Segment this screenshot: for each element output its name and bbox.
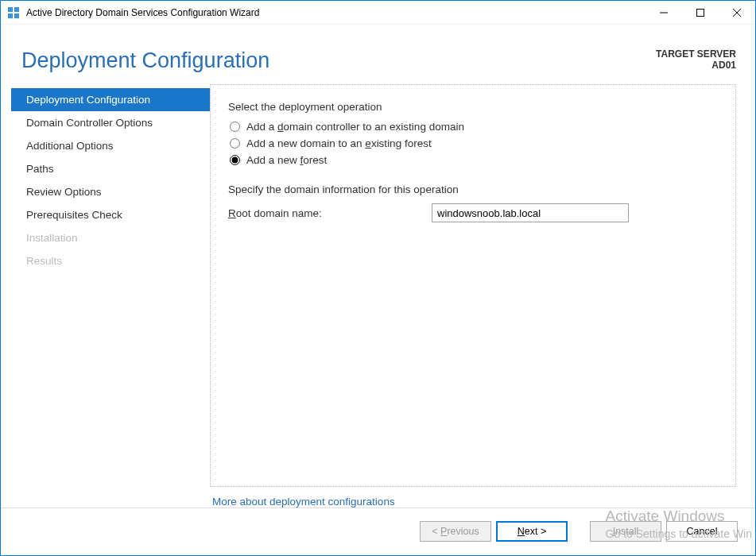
deployment-radio-label-2: Add a new forest bbox=[246, 154, 327, 166]
more-about-link[interactable]: More about deployment configurations bbox=[212, 496, 755, 508]
previous-button: < Previous bbox=[420, 521, 491, 542]
svg-rect-2 bbox=[8, 14, 13, 18]
deployment-radio-input-1[interactable] bbox=[230, 138, 240, 149]
target-server-info: TARGET SERVER AD01 bbox=[656, 48, 736, 71]
next-button[interactable]: Next > bbox=[496, 521, 568, 542]
wizard-body: Deployment ConfigurationDomain Controlle… bbox=[1, 84, 755, 487]
deployment-radio-group: Add a domain controller to an existing d… bbox=[230, 121, 718, 166]
deployment-operation-label: Select the deployment operation bbox=[228, 101, 718, 113]
page-header: Deployment Configuration TARGET SERVER A… bbox=[1, 25, 755, 84]
install-button: Install bbox=[590, 521, 661, 542]
svg-rect-0 bbox=[8, 7, 13, 12]
deployment-radio-input-2[interactable] bbox=[230, 155, 240, 165]
deployment-radio-1[interactable]: Add a new domain to an existing forest bbox=[230, 137, 718, 149]
wizard-step-review-options[interactable]: Review Options bbox=[11, 180, 210, 203]
wizard-step-results: Results bbox=[11, 249, 210, 272]
window-controls bbox=[646, 1, 755, 24]
root-domain-label: Root domain name: bbox=[228, 207, 432, 219]
svg-rect-1 bbox=[14, 7, 19, 12]
wizard-step-deployment-configuration[interactable]: Deployment Configuration bbox=[11, 88, 210, 111]
close-button[interactable] bbox=[719, 1, 755, 25]
deployment-radio-input-0[interactable] bbox=[230, 122, 240, 132]
app-icon bbox=[7, 6, 20, 19]
cancel-button[interactable]: Cancel bbox=[666, 521, 738, 542]
window-title: Active Directory Domain Services Configu… bbox=[26, 7, 646, 18]
window-titlebar: Active Directory Domain Services Configu… bbox=[1, 1, 755, 25]
target-server-name: AD01 bbox=[656, 60, 736, 71]
minimize-button[interactable] bbox=[646, 1, 682, 25]
domain-info-label: Specify the domain information for this … bbox=[228, 183, 718, 195]
svg-rect-3 bbox=[14, 14, 19, 18]
target-server-label: TARGET SERVER bbox=[656, 48, 736, 60]
deployment-radio-2[interactable]: Add a new forest bbox=[230, 154, 718, 166]
deployment-radio-label-0: Add a domain controller to an existing d… bbox=[246, 121, 464, 133]
deployment-radio-label-1: Add a new domain to an existing forest bbox=[246, 137, 432, 149]
wizard-step-installation: Installation bbox=[11, 226, 210, 249]
page-title: Deployment Configuration bbox=[21, 48, 269, 73]
wizard-steps-sidebar: Deployment ConfigurationDomain Controlle… bbox=[5, 84, 210, 487]
maximize-button[interactable] bbox=[682, 1, 719, 25]
content-panel: Select the deployment operation Add a do… bbox=[210, 84, 736, 487]
wizard-step-domain-controller-options[interactable]: Domain Controller Options bbox=[11, 111, 210, 134]
wizard-step-paths[interactable]: Paths bbox=[11, 157, 210, 180]
root-domain-row: Root domain name: bbox=[228, 203, 718, 222]
wizard-step-additional-options[interactable]: Additional Options bbox=[11, 134, 210, 157]
svg-rect-5 bbox=[697, 10, 704, 17]
wizard-step-prerequisites-check[interactable]: Prerequisites Check bbox=[11, 203, 210, 226]
root-domain-input[interactable] bbox=[432, 203, 629, 222]
deployment-radio-0[interactable]: Add a domain controller to an existing d… bbox=[230, 121, 718, 133]
wizard-footer: < Previous Next > Install Cancel Activat… bbox=[1, 508, 755, 554]
